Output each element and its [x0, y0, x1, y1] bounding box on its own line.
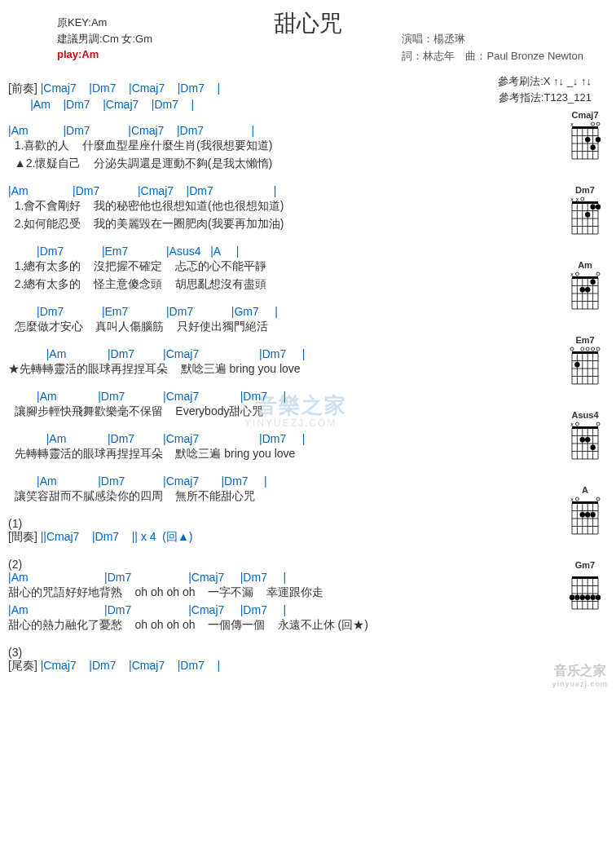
svg-point-106: [575, 497, 579, 501]
svg-point-84: [580, 437, 585, 442]
intro-section: [前奏] |Cmaj7 |Dm7 |Cmaj7 |Dm7 | |Am |Dm7 …: [8, 82, 546, 111]
svg-point-31: [590, 205, 595, 210]
chorus-block4: |Am |Dm7 |Cmaj7 |Dm7 | 讓笑容甜而不膩感染你的四周 無所不…: [8, 475, 546, 504]
svg-point-71: [570, 347, 574, 351]
bridge-chords1: |Am |Dm7 |Cmaj7 |Dm7 |: [8, 571, 546, 584]
svg-text:x: x: [570, 196, 574, 202]
svg-point-85: [585, 437, 590, 442]
play-key: play:Am: [57, 46, 152, 63]
svg-point-122: [585, 595, 590, 600]
chord-diagram-a: Ax: [561, 485, 609, 542]
singer-line: 演唱：楊丞琳: [402, 31, 583, 48]
prechorus-chords2: |Dm7 |Em7 |Dm7 |Gm7 |: [8, 305, 546, 318]
verse-block1: |Am |Dm7 |Cmaj7 |Dm7 | 1.喜歡的人 什麼血型星座什麼生肖…: [8, 124, 546, 171]
chorus-block1: |Am |Dm7 |Cmaj7 |Dm7 | ★先轉轉靈活的眼球再捏捏耳朵 默唸…: [8, 347, 546, 377]
mark3: (3): [8, 646, 546, 659]
interlude-line: [間奏] ||Cmaj7 |Dm7 || x 4 (回▲): [8, 530, 546, 545]
svg-point-14: [585, 137, 590, 142]
writer-line: 詞：林志年 曲：Paul Bronze Newton: [402, 48, 583, 65]
svg-point-123: [580, 595, 585, 600]
svg-rect-108: [572, 576, 598, 579]
svg-point-66: [574, 362, 579, 367]
svg-rect-54: [572, 351, 598, 354]
chord-diagram-dm7: Dm7xx: [561, 185, 609, 242]
outro-line: [尾奏] |Cmaj7 |Dm7 |Cmaj7 |Dm7 |: [8, 659, 546, 673]
svg-text:x: x: [576, 196, 579, 202]
chorus-block3: |Am |Dm7 |Cmaj7 |Dm7 | 先轉轉靈活的眼球再捏捏耳朵 默唸三…: [8, 432, 546, 461]
chord-diagram-asus4: Asus4x: [561, 410, 609, 467]
svg-point-51: [596, 272, 600, 276]
svg-point-49: [585, 287, 590, 292]
svg-rect-0: [572, 126, 598, 129]
mark2: (2): [8, 558, 546, 571]
prechorus1-lyric1: 1.總有太多的 沒把握不確定 忐忑的心不能平靜: [8, 259, 546, 274]
bridge-section: (2) |Am |Dm7 |Cmaj7 |Dm7 | 甜心的咒語好好地背熟 oh…: [8, 558, 546, 633]
svg-point-87: [596, 422, 600, 426]
chorus-chords1: |Am |Dm7 |Cmaj7 |Dm7 |: [8, 347, 546, 360]
original-key: 原KEY:Am: [57, 15, 152, 31]
prechorus-block1: |Dm7 |Em7 |Asus4 |A | 1.總有太多的 沒把握不確定 忐忑的…: [8, 245, 546, 292]
chorus-lyric3: 先轉轉靈活的眼球再捏捏耳朵 默唸三遍 bring you love: [8, 447, 546, 461]
svg-point-124: [574, 595, 579, 600]
bridge-lyric1: 甜心的咒語好好地背熟 oh oh oh oh 一字不漏 幸運跟你走: [8, 585, 546, 600]
chorus-chords4: |Am |Dm7 |Cmaj7 |Dm7 |: [8, 475, 546, 488]
verse1-lyric1: 1.喜歡的人 什麼血型星座什麼生肖(我很想要知道): [8, 139, 546, 153]
svg-rect-36: [572, 276, 598, 279]
sheet-header: 原KEY:Am 建議男調:Cm 女:Gm play:Am 甜心咒 演唱：楊丞琳 …: [8, 8, 608, 73]
verse1-lyric2: 1.會不會剛好 我的秘密他也很想知道(他也很想知道): [8, 199, 546, 214]
bottom-logo: 音乐之家 yinyuezj.com: [552, 663, 608, 688]
chord-sheet: [前奏] |Cmaj7 |Dm7 |Cmaj7 |Dm7 | |Am |Dm7 …: [8, 82, 546, 673]
svg-point-52: [575, 272, 579, 276]
chord-diagram-label: Cmaj7: [561, 110, 609, 120]
prechorus2-lyric1: 2.總有太多的 怪主意傻念頭 胡思亂想沒有盡頭: [8, 277, 546, 292]
song-title: 甜心咒: [274, 8, 342, 39]
chord-diagram-am: Amx: [561, 260, 609, 317]
svg-rect-90: [572, 501, 598, 504]
svg-point-13: [590, 145, 595, 150]
svg-text:x: x: [570, 121, 574, 127]
svg-point-88: [575, 422, 579, 426]
svg-point-30: [596, 205, 601, 210]
chord-diagram-em7: Em7: [561, 335, 609, 392]
chord-diagram-label: A: [561, 485, 609, 495]
svg-point-48: [590, 280, 595, 285]
chord-diagram-cmaj7: Cmaj7x: [561, 110, 609, 167]
chorus-lyric4: 讓笑容甜而不膩感染你的四周 無所不能甜心咒: [8, 489, 546, 504]
intro-line2: |Am |Dm7 |Cmaj7 |Dm7 |: [8, 98, 546, 111]
pick-pattern: 參考指法:T123_121: [498, 90, 592, 106]
svg-point-102: [590, 512, 595, 517]
outro-section: (3) [尾奏] |Cmaj7 |Dm7 |Cmaj7 |Dm7 |: [8, 646, 546, 673]
interlude-section: (1) [間奏] ||Cmaj7 |Dm7 || x 4 (回▲): [8, 517, 546, 545]
intro-line1: [前奏] |Cmaj7 |Dm7 |Cmaj7 |Dm7 |: [8, 82, 546, 96]
mark1: (1): [8, 517, 546, 530]
chord-diagram-label: Gm7: [561, 560, 609, 570]
chord-diagram-panel: Cmaj7xDm7xxAmxEm7Asus4xAxGm7: [561, 110, 609, 635]
svg-point-105: [596, 497, 600, 501]
svg-point-86: [590, 445, 595, 450]
verse-chords2: |Am |Dm7 |Cmaj7 |Dm7 |: [8, 184, 546, 197]
svg-point-15: [596, 122, 600, 126]
svg-rect-72: [572, 426, 598, 429]
verse-chords1: |Am |Dm7 |Cmaj7 |Dm7 |: [8, 124, 546, 137]
svg-point-12: [596, 137, 601, 142]
bridge-lyric2: 甜心的熱力融化了憂愁 oh oh oh oh 一個傳一個 永遠不止休 (回★): [8, 618, 546, 633]
svg-point-33: [581, 197, 584, 201]
chorus-chords3: |Am |Dm7 |Cmaj7 |Dm7 |: [8, 432, 546, 445]
chorus-block2: |Am |Dm7 |Cmaj7 |Dm7 | 讓腳步輕快飛舞歡樂毫不保留 Eve…: [8, 390, 546, 419]
svg-point-104: [580, 512, 585, 517]
svg-point-103: [585, 512, 590, 517]
svg-point-68: [592, 347, 595, 351]
svg-point-120: [596, 595, 601, 600]
svg-point-16: [592, 122, 595, 126]
svg-point-67: [596, 347, 600, 351]
svg-point-70: [581, 347, 584, 351]
chorus-lyric1: ★先轉轉靈活的眼球再捏捏耳朵 默唸三遍 bring you love: [8, 362, 546, 377]
suggested-key: 建議男調:Cm 女:Gm: [57, 31, 152, 47]
svg-text:x: x: [570, 422, 574, 427]
play-patterns: 參考刷法:X ↑↓ _↓ ↑↓ 參考指法:T123_121: [498, 73, 592, 105]
prechorus-lyric2: 怎麼做才安心 真叫人傷腦筋 只好使出獨門絕活: [8, 320, 546, 334]
chorus-lyric2: 讓腳步輕快飛舞歡樂毫不保留 Everybody甜心咒: [8, 404, 546, 419]
prechorus-chords1: |Dm7 |Em7 |Asus4 |A |: [8, 245, 546, 258]
svg-text:x: x: [570, 271, 574, 277]
verse2-lyric2: 2.如何能忍受 我的美麗毀在一圈肥肉(我要再加加油): [8, 217, 546, 232]
